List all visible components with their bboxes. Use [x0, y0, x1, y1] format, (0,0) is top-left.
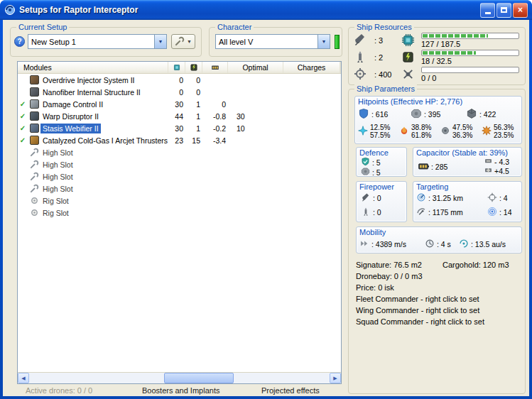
application-window: Setups for Raptor Interceptor × Current … — [0, 0, 532, 399]
setup-combobox-value: New Setup 1 — [28, 38, 154, 46]
modules-list-empty-area — [18, 219, 341, 372]
module-cpu: 23 — [168, 136, 185, 145]
wrench-icon — [28, 148, 40, 157]
wing-commander-setter[interactable]: Wing Commander - right click to set — [356, 305, 522, 316]
cpu-column-icon[interactable] — [168, 62, 185, 73]
scroll-track[interactable] — [29, 373, 330, 383]
empty-slot-row[interactable]: Rig Slot — [18, 195, 341, 207]
chevron-down-icon: ▼ — [187, 39, 192, 44]
armor-icon — [411, 108, 422, 121]
firepower-box: Firepower : 0 : 0 — [356, 181, 407, 222]
module-cpu: 30 — [168, 124, 185, 133]
thermal-shield-resist: 38.8% — [411, 124, 431, 131]
powergrid-bar — [421, 50, 519, 56]
thermal-armor-resist: 61.8% — [411, 131, 431, 139]
close-button[interactable]: × — [513, 3, 528, 18]
ship-resources-label: Ship Resources — [354, 23, 414, 31]
targeting-range-icon — [416, 192, 426, 204]
module-cpu: 0 — [168, 76, 185, 84]
em-armor-resist: 57.5% — [370, 131, 390, 139]
targeting-range: : 31.25 km — [428, 194, 463, 202]
scan-resolution: : 1175 mm — [428, 208, 463, 217]
empty-slot-row[interactable]: High Slot — [18, 182, 341, 195]
module-icon — [28, 75, 40, 84]
turret-hardpoints-value: : 3 — [373, 36, 401, 45]
module-row[interactable]: Overdrive Injector System II 0 0 — [18, 74, 341, 86]
scroll-thumb[interactable] — [164, 373, 233, 383]
ship-resources-panel: Ship Resources : 3 127 / 187.5 : 2 — [348, 27, 526, 85]
character-combobox[interactable]: All level V ▼ — [215, 34, 330, 49]
wrench-icon — [28, 184, 40, 193]
window-body: Current Setup ? New Setup 1 ▼ ▼ Characte… — [3, 20, 529, 396]
active-drones-label: Active drones: 0 / 0 — [26, 386, 92, 395]
module-icon — [28, 87, 40, 97]
module-icon — [28, 111, 40, 121]
boosters-implants-button[interactable]: Boosters and Implants — [142, 386, 219, 395]
defence-value-1: : 5 — [372, 158, 381, 167]
capacitor-column-icon[interactable] — [202, 62, 228, 73]
defence-value-2: : 5 — [372, 168, 381, 177]
help-icon[interactable]: ? — [14, 36, 25, 47]
em-shield-resist: 12.5% — [370, 124, 390, 131]
module-row[interactable]: ✓ Catalyzed Cold-Gas I Arcjet Thrusters … — [18, 134, 341, 146]
empty-slot-row[interactable]: High Slot — [18, 146, 341, 158]
max-velocity: : 4389 m/s — [371, 240, 406, 248]
maximize-button[interactable] — [496, 3, 511, 18]
targeting-box: Targeting : 31.25 km : 4 : 1175 mm : 14 — [413, 181, 522, 222]
column-optimal[interactable]: Optimal — [228, 62, 283, 73]
capacitor-drain: - 4.3 — [494, 158, 509, 166]
capacitor-icon — [418, 160, 429, 173]
hitpoints-box: Hitpoints (Effective HP: 2,776) : 616 : … — [354, 96, 522, 144]
defence-label: Defence — [357, 148, 406, 157]
chevron-down-icon[interactable]: ▼ — [154, 35, 166, 48]
setup-combobox[interactable]: New Setup 1 ▼ — [28, 34, 167, 49]
missile-dps: : 0 — [373, 208, 381, 217]
horizontal-scrollbar[interactable]: ◀ ▶ — [18, 372, 341, 383]
module-row[interactable]: ✓ Damage Control II 30 1 0 — [18, 98, 341, 110]
current-setup-label: Current Setup — [16, 23, 69, 31]
setup-tools-button[interactable]: ▼ — [171, 34, 195, 49]
tools-icon — [175, 36, 185, 48]
max-targets-icon — [487, 192, 497, 204]
column-spacer — [340, 62, 341, 73]
calibration-icon — [353, 67, 373, 82]
bottom-bar: Active drones: 0 / 0 Boosters and Implan… — [6, 386, 347, 398]
scroll-right-button[interactable]: ▶ — [330, 373, 341, 383]
em-damage-icon — [358, 126, 368, 137]
minimize-button[interactable] — [480, 3, 495, 18]
module-row[interactable]: Nanofiber Internal Structure II 0 0 — [18, 86, 341, 98]
titlebar[interactable]: Setups for Raptor Interceptor × — [0, 0, 532, 20]
window-title: Setups for Raptor Interceptor — [19, 5, 480, 15]
empty-slot-row[interactable]: High Slot — [18, 158, 341, 170]
module-row[interactable]: ✓ Warp Disruptor II 44 1 -0.8 30 — [18, 110, 341, 122]
module-name: Overdrive Injector System II — [40, 75, 137, 85]
missile-icon — [361, 207, 371, 218]
active-check-icon: ✓ — [18, 100, 28, 108]
armor-defence-icon — [361, 167, 370, 177]
powergrid-column-icon[interactable] — [185, 62, 202, 73]
module-optimal: 30 — [228, 112, 283, 121]
projected-effects-button[interactable]: Projected effects — [261, 386, 320, 395]
align-time-icon — [425, 239, 435, 250]
squad-commander-setter[interactable]: Squad Commander - right click to set — [356, 316, 522, 327]
warp-speed: : 13.5 au/s — [471, 240, 506, 248]
thermal-damage-icon — [399, 126, 409, 137]
module-optimal: 10 — [228, 124, 283, 133]
empty-slot-row[interactable]: High Slot — [18, 170, 341, 182]
column-charges[interactable]: Charges — [283, 62, 340, 73]
module-cap: -0.8 — [202, 112, 228, 121]
dronebay-bar — [421, 67, 519, 73]
scroll-left-button[interactable]: ◀ — [18, 373, 29, 383]
firepower-label: Firepower — [357, 182, 406, 191]
fleet-commander-setter[interactable]: Fleet Commander - right click to set — [356, 293, 522, 305]
module-row-selected[interactable]: ✓ Stasis Webifier II 30 1 -0.2 10 — [18, 122, 341, 134]
module-name: Stasis Webifier II — [40, 124, 101, 133]
turret-icon — [361, 192, 371, 204]
mobility-box: Mobility : 4389 m/s : 4 s : 13.5 au/s — [356, 226, 522, 253]
module-cap: 0 — [202, 100, 228, 109]
column-modules[interactable]: Modules — [18, 62, 168, 73]
character-group: Character All level V ▼ — [209, 27, 342, 57]
empty-slot-row[interactable]: Rig Slot — [18, 207, 341, 219]
app-icon — [4, 4, 16, 16]
chevron-down-icon[interactable]: ▼ — [317, 35, 330, 48]
